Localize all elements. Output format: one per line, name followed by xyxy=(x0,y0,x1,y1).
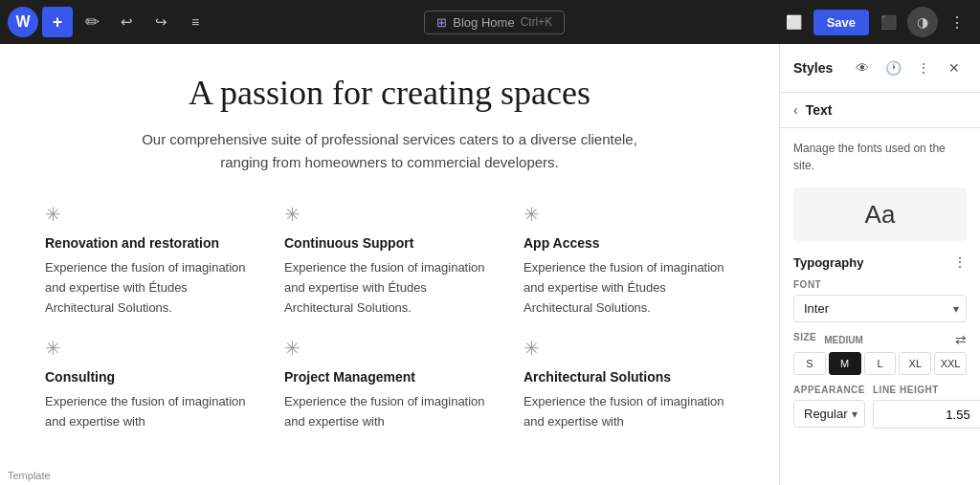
appearance-col: APPEARANCE Regular Bold Italic ▾ xyxy=(793,385,865,429)
sidebar-toggle-button[interactable]: ⬛ xyxy=(873,7,903,37)
styles-more-button[interactable]: ⋮ xyxy=(911,55,936,80)
back-button[interactable]: ‹ xyxy=(793,102,798,118)
tools-button[interactable]: ✏ xyxy=(77,7,107,37)
size-label: SIZE xyxy=(793,332,816,342)
feature-title-1: Continuous Support xyxy=(284,235,495,251)
font-select[interactable]: Inter Georgia Arial xyxy=(793,295,967,322)
undo-button[interactable]: ↩ xyxy=(111,7,142,37)
page-subtitle: Our comprehensive suite of professional … xyxy=(45,128,734,174)
save-button[interactable]: Save xyxy=(813,10,869,35)
line-height-label: LINE HEIGHT xyxy=(873,385,980,395)
size-medium-label: MEDIUM xyxy=(824,335,863,345)
typography-section-header: Typography ⋮ xyxy=(793,254,967,270)
font-label: FONT xyxy=(793,279,967,290)
preview-button[interactable]: ⊞ Blog Home Ctrl+K xyxy=(424,11,565,34)
size-btn-m[interactable]: M xyxy=(829,352,861,375)
panel-subheader: ‹ Text xyxy=(780,93,980,128)
font-preview-text: Aa xyxy=(865,200,896,230)
feature-title-2: App Access xyxy=(523,235,734,251)
subheader-title: Text xyxy=(806,102,833,118)
feature-desc-0: Experience the fusion of imagination and… xyxy=(45,258,256,318)
list-item: ✳ Continuous Support Experience the fusi… xyxy=(284,203,495,318)
list-item: ✳ App Access Experience the fusion of im… xyxy=(523,203,734,318)
size-label-row: SIZE MEDIUM ⇄ xyxy=(793,332,967,347)
line-height-col: LINE HEIGHT + − xyxy=(873,385,980,429)
feature-icon-3: ✳ xyxy=(45,337,256,360)
wp-logo[interactable]: W xyxy=(8,7,38,37)
size-btn-xl[interactable]: XL xyxy=(899,352,931,375)
list-item: ✳ Renovation and restoration Experience … xyxy=(45,203,256,318)
editor-canvas[interactable]: A passion for creating spaces Our compre… xyxy=(0,44,779,485)
toolbar-right: ⬜ Save ⬛ ◑ ⋮ xyxy=(779,7,972,37)
feature-title-0: Renovation and restoration xyxy=(45,235,256,251)
line-height-input[interactable] xyxy=(874,403,980,427)
styles-history-button[interactable]: 🕐 xyxy=(880,55,905,80)
view-button[interactable]: ⬜ xyxy=(779,7,810,37)
feature-icon-5: ✳ xyxy=(523,337,734,360)
typography-title: Typography xyxy=(793,255,863,270)
dark-mode-button[interactable]: ◑ xyxy=(907,7,938,37)
feature-title-3: Consulting xyxy=(45,369,256,385)
preview-shortcut: Ctrl+K xyxy=(521,15,553,29)
feature-title-4: Project Management xyxy=(284,369,495,385)
size-reset-button[interactable]: ⇄ xyxy=(955,332,967,347)
feature-desc-4: Experience the fusion of imagination and… xyxy=(284,392,495,432)
template-icon: ⊞ xyxy=(436,15,447,30)
main-area: A passion for creating spaces Our compre… xyxy=(0,44,980,485)
appearance-lineheight-row: APPEARANCE Regular Bold Italic ▾ LINE HE… xyxy=(793,385,967,429)
template-label: Template xyxy=(8,470,51,481)
feature-desc-3: Experience the fusion of imagination and… xyxy=(45,392,256,432)
features-grid: ✳ Renovation and restoration Experience … xyxy=(45,203,734,432)
list-view-button[interactable]: ≡ xyxy=(180,7,211,37)
add-block-button[interactable]: + xyxy=(42,7,73,37)
appearance-label: APPEARANCE xyxy=(793,385,865,395)
panel-title: Styles xyxy=(793,60,833,76)
list-item: ✳ Consulting Experience the fusion of im… xyxy=(45,337,256,432)
canvas-inner: A passion for creating spaces Our compre… xyxy=(45,73,734,432)
feature-icon-2: ✳ xyxy=(523,203,734,226)
appearance-select-wrapper: Regular Bold Italic ▾ xyxy=(793,400,865,428)
redo-button[interactable]: ↪ xyxy=(145,7,176,37)
list-item: ✳ Architectural Solutions Experience the… xyxy=(523,337,734,432)
toolbar-center: ⊞ Blog Home Ctrl+K xyxy=(214,11,775,34)
panel-body: Manage the fonts used on the site. Aa Ty… xyxy=(780,128,980,485)
size-buttons: S M L XL XXL xyxy=(793,352,967,375)
font-preview-box: Aa xyxy=(793,187,967,241)
toolbar: W + ✏ ↩ ↪ ≡ ⊞ Blog Home Ctrl+K ⬜ Save ⬛ … xyxy=(0,0,980,44)
feature-icon-1: ✳ xyxy=(284,203,495,226)
preview-label: Blog Home xyxy=(453,15,514,30)
manage-text: Manage the fonts used on the site. xyxy=(793,140,967,174)
feature-desc-2: Experience the fusion of imagination and… xyxy=(523,258,734,318)
more-options-button[interactable]: ⋮ xyxy=(942,7,972,37)
feature-icon-0: ✳ xyxy=(45,203,256,226)
feature-title-5: Architectural Solutions xyxy=(523,369,734,385)
line-height-control: + − xyxy=(873,400,980,429)
panel-header: Styles 👁 🕐 ⋮ ✕ xyxy=(780,44,980,93)
styles-close-button[interactable]: ✕ xyxy=(942,55,967,80)
size-btn-l[interactable]: L xyxy=(864,352,897,375)
list-item: ✳ Project Management Experience the fusi… xyxy=(284,337,495,432)
feature-desc-5: Experience the fusion of imagination and… xyxy=(523,392,734,432)
font-select-wrapper: Inter Georgia Arial ▾ xyxy=(793,295,967,322)
size-btn-xxl[interactable]: XXL xyxy=(934,352,967,375)
size-btn-s[interactable]: S xyxy=(793,352,826,375)
styles-panel: Styles 👁 🕐 ⋮ ✕ ‹ Text Manage the fonts u… xyxy=(779,44,980,485)
styles-eye-button[interactable]: 👁 xyxy=(850,55,875,80)
panel-header-icons: 👁 🕐 ⋮ ✕ xyxy=(850,55,967,80)
feature-icon-4: ✳ xyxy=(284,337,495,360)
page-title: A passion for creating spaces xyxy=(45,73,734,113)
typography-more-button[interactable]: ⋮ xyxy=(953,254,967,270)
feature-desc-1: Experience the fusion of imagination and… xyxy=(284,258,495,318)
appearance-select[interactable]: Regular Bold Italic xyxy=(793,400,865,428)
